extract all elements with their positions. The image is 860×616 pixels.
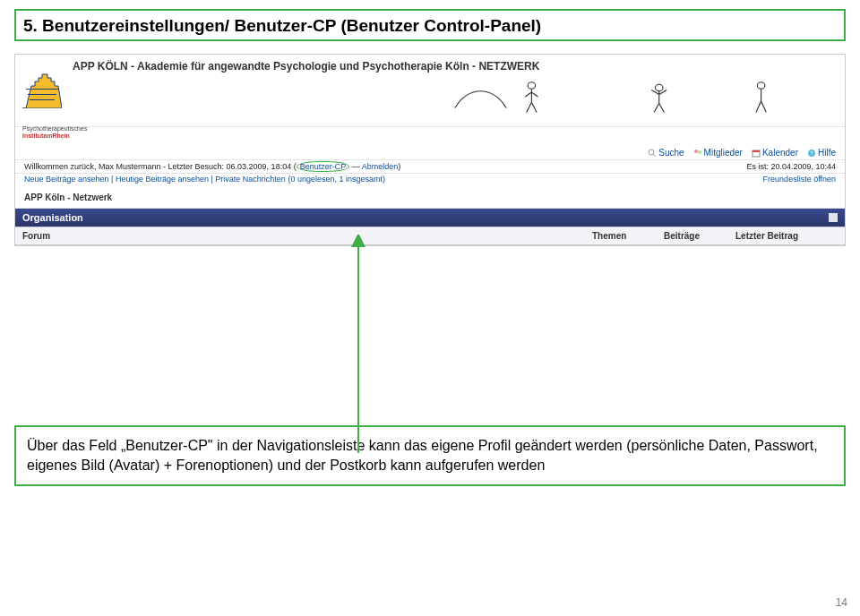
link-friends[interactable]: Freundesliste öffnen — [763, 175, 836, 184]
tool-row: Suche Mitglieder Kalender ?Hilfe — [15, 142, 845, 159]
svg-line-6 — [525, 92, 531, 97]
server-time: Es ist: 20.04.2009, 10:44 — [746, 162, 836, 171]
svg-point-22 — [694, 150, 698, 153]
th-letzter: Letzter Beitrag — [728, 227, 845, 244]
svg-line-9 — [531, 102, 537, 112]
institut-label: Psychotherapeutisches InstitutamRhein — [22, 125, 838, 139]
th-beitraege: Beiträge — [657, 227, 728, 244]
svg-line-14 — [654, 104, 659, 113]
section-title-box: 5. Benutzereinstellungen/ Benutzer-CP (B… — [14, 9, 846, 41]
forum-table-header: Forum Themen Beiträge Letzter Beitrag — [15, 227, 845, 245]
page-number: 14 — [836, 596, 847, 609]
category-label: Organisation — [22, 212, 83, 223]
tool-calendar[interactable]: Kalender — [752, 148, 798, 158]
collapse-icon[interactable] — [829, 213, 838, 222]
th-themen: Themen — [585, 227, 657, 244]
breadcrumb: APP Köln - Netzwerk — [15, 187, 845, 209]
description-box: Über das Feld „Benutzer-CP" in der Navig… — [14, 425, 846, 485]
calendar-icon — [752, 149, 761, 158]
logout-link[interactable]: Abmelden — [362, 162, 399, 171]
svg-point-4 — [528, 82, 536, 90]
benutzer-cp-link[interactable]: Benutzer-CP — [297, 161, 350, 172]
tool-members[interactable]: Mitglieder — [693, 148, 743, 158]
svg-line-8 — [527, 102, 532, 112]
institut-line2: InstitutamRhein — [22, 133, 838, 140]
svg-rect-1 — [26, 89, 58, 90]
sub-links-row: Neue Beiträge ansehen | Heutige Beiträge… — [15, 174, 845, 187]
tool-help[interactable]: ?Hilfe — [807, 148, 836, 158]
svg-rect-25 — [752, 150, 760, 152]
svg-line-19 — [761, 101, 767, 113]
institut-line1: Psychotherapeutisches — [22, 125, 838, 133]
svg-marker-0 — [22, 74, 62, 108]
castle-logo — [22, 73, 62, 108]
forum-screenshot: APP KÖLN - Akademie für angewandte Psych… — [14, 54, 846, 246]
link-new-posts[interactable]: Neue Beiträge ansehen — [24, 175, 109, 184]
svg-point-23 — [698, 150, 701, 154]
search-icon — [648, 149, 657, 158]
link-today-posts[interactable]: Heutige Beiträge ansehen — [116, 175, 209, 184]
screenshot-header: APP KÖLN - Akademie für angewandte Psych… — [15, 55, 845, 127]
svg-point-10 — [655, 84, 663, 91]
description-text: Über das Feld „Benutzer-CP" in der Navig… — [27, 438, 818, 473]
welcome-row: Willkommen zurück, Max Mustermann - Letz… — [15, 159, 845, 174]
svg-rect-2 — [28, 94, 56, 95]
svg-line-21 — [653, 154, 656, 157]
svg-rect-3 — [30, 99, 55, 100]
header-doodles — [73, 74, 838, 121]
help-icon: ? — [807, 149, 816, 158]
members-icon — [693, 149, 702, 158]
tool-search[interactable]: Suche — [648, 148, 684, 158]
link-pm[interactable]: Private Nachrichten (0 ungelesen, 1 insg… — [215, 175, 385, 184]
section-title: 5. Benutzereinstellungen/ Benutzer-CP (B… — [23, 16, 837, 36]
svg-line-18 — [756, 101, 761, 113]
svg-point-16 — [757, 82, 765, 90]
category-bar-organisation[interactable]: Organisation — [15, 209, 845, 227]
logo-block — [22, 73, 62, 108]
svg-line-15 — [659, 104, 665, 113]
site-title: APP KÖLN - Akademie für angewandte Psych… — [73, 60, 539, 73]
svg-line-7 — [531, 92, 538, 97]
welcome-text: Willkommen zurück, Max Mustermann - Letz… — [24, 162, 400, 171]
th-forum: Forum — [15, 227, 585, 244]
